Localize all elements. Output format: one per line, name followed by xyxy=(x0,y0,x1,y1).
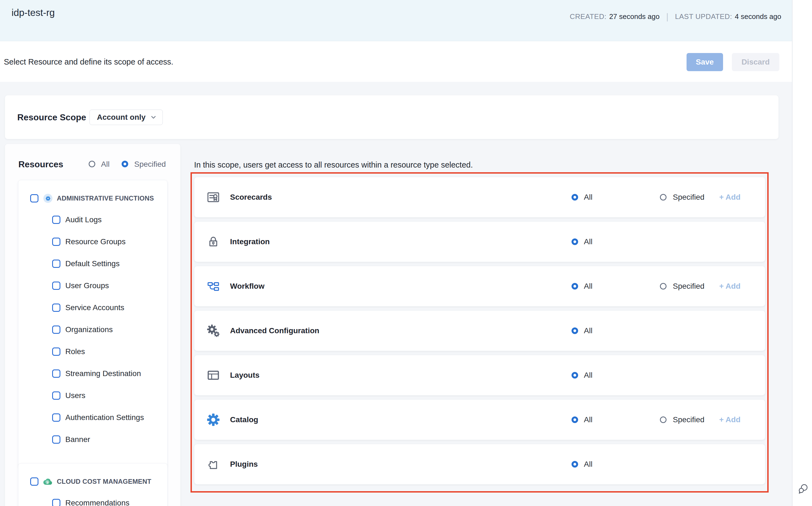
group-label: CLOUD COST MANAGEMENT xyxy=(57,478,151,485)
specified-label[interactable]: Specified xyxy=(673,193,704,202)
group-label: ADMINISTRATIVE FUNCTIONS xyxy=(57,194,154,202)
all-radio[interactable] xyxy=(572,461,578,468)
resource-item-row: Service Accounts xyxy=(18,297,167,319)
integration-lock-icon xyxy=(207,235,220,248)
resources-all-radio[interactable] xyxy=(89,161,95,167)
resource-item-row: Users xyxy=(18,385,167,407)
item-label: Default Settings xyxy=(65,259,120,268)
specified-radio[interactable] xyxy=(660,283,667,289)
item-checkbox[interactable] xyxy=(52,326,61,334)
item-checkbox[interactable] xyxy=(52,281,61,290)
resources-sidebar: Resources All Specified ADMINISTRATIVE F… xyxy=(5,144,180,506)
resource-group-page: idp-test-rg CREATED: 27 seconds ago | LA… xyxy=(0,0,812,506)
item-checkbox[interactable] xyxy=(52,369,61,378)
resources-specified-label[interactable]: Specified xyxy=(134,160,166,169)
all-label[interactable]: All xyxy=(584,282,592,290)
meta-separator: | xyxy=(666,11,669,22)
resource-item-row: Organizations xyxy=(18,319,167,341)
all-label[interactable]: All xyxy=(584,371,592,380)
all-label[interactable]: All xyxy=(584,460,592,469)
resource-scope-select[interactable]: Account only xyxy=(90,110,163,125)
resource-type-name: Scorecards xyxy=(230,193,272,202)
resource-item-row: Default Settings xyxy=(18,253,167,275)
item-checkbox[interactable] xyxy=(52,499,61,506)
item-checkbox[interactable] xyxy=(52,260,61,268)
item-checkbox[interactable] xyxy=(52,392,61,400)
add-link[interactable]: + Add xyxy=(719,415,741,424)
resource-type-row-catalog: Catalog All Specified + Add xyxy=(194,400,765,440)
resource-item-row: Banner xyxy=(18,429,167,450)
resources-specified-radio[interactable] xyxy=(122,161,128,167)
resource-scope-label: Resource Scope xyxy=(17,112,86,122)
group-header-row: CLOUD COST MANAGEMENT xyxy=(18,471,167,493)
right-gutter xyxy=(792,0,812,506)
item-label: Streaming Destination xyxy=(65,369,141,378)
item-label: Resource Groups xyxy=(65,237,125,246)
group-icon-circle xyxy=(43,194,53,203)
resources-all-label[interactable]: All xyxy=(101,160,110,169)
resource-type-row-plugins: Plugins All xyxy=(194,444,765,484)
resource-item-row: Resource Groups xyxy=(18,231,167,253)
all-label[interactable]: All xyxy=(584,326,592,335)
resource-type-rows: Scorecards All Specified + Add Integrati… xyxy=(194,177,765,484)
resource-type-row-layouts: Layouts All xyxy=(194,355,765,395)
last-updated-label: LAST UPDATED: xyxy=(675,12,732,21)
toolbar-description: Select Resource and define its scope of … xyxy=(4,57,173,66)
all-label[interactable]: All xyxy=(584,415,592,424)
all-label[interactable]: All xyxy=(584,193,592,202)
group-icon-circle xyxy=(43,477,53,486)
item-checkbox[interactable] xyxy=(52,435,61,444)
all-radio[interactable] xyxy=(572,327,578,334)
resource-item-row: Roles xyxy=(18,341,167,363)
item-label: Audit Logs xyxy=(65,216,102,224)
help-chat-icon[interactable] xyxy=(797,483,809,495)
item-checkbox[interactable] xyxy=(52,347,61,356)
resource-type-name: Catalog xyxy=(230,415,258,424)
resource-type-name: Advanced Configuration xyxy=(230,326,319,335)
resource-group-card: ADMINISTRATIVE FUNCTIONS Audit Logs Reso… xyxy=(18,180,168,467)
item-label: Users xyxy=(65,391,85,400)
item-checkbox[interactable] xyxy=(52,413,61,422)
resource-scope-card: Resource Scope Account only xyxy=(5,95,779,139)
group-checkbox[interactable] xyxy=(30,478,38,486)
item-label: Service Accounts xyxy=(65,303,124,312)
chevron-down-icon xyxy=(150,114,157,121)
save-button[interactable]: Save xyxy=(687,53,723,71)
last-updated-value: 4 seconds ago xyxy=(735,12,781,21)
item-checkbox[interactable] xyxy=(52,216,61,224)
all-radio[interactable] xyxy=(572,416,578,423)
group-header-row: ADMINISTRATIVE FUNCTIONS xyxy=(18,187,167,209)
page-header: idp-test-rg CREATED: 27 seconds ago | LA… xyxy=(0,0,792,41)
scorecards-icon xyxy=(207,191,220,204)
group-checkbox[interactable] xyxy=(30,194,38,202)
item-label: Banner xyxy=(65,435,90,444)
all-radio[interactable] xyxy=(572,372,578,378)
add-link[interactable]: + Add xyxy=(719,282,741,290)
all-radio[interactable] xyxy=(572,194,578,200)
all-radio[interactable] xyxy=(572,238,578,245)
resources-title: Resources xyxy=(18,159,64,169)
item-label: Organizations xyxy=(65,325,113,334)
gear-icon xyxy=(45,195,51,201)
created-label: CREATED: xyxy=(570,12,607,21)
item-label: Authentication Settings xyxy=(65,413,144,422)
resource-scope-value: Account only xyxy=(97,113,145,122)
resource-type-name: Workflow xyxy=(230,282,264,290)
specified-label[interactable]: Specified xyxy=(673,415,704,424)
resource-item-row: Audit Logs xyxy=(18,209,167,231)
cloud-dollar-icon xyxy=(43,476,53,487)
specified-radio[interactable] xyxy=(660,416,667,423)
discard-button[interactable]: Discard xyxy=(732,53,779,71)
add-link[interactable]: + Add xyxy=(719,193,741,202)
resource-type-row-advanced-configuration: Advanced Configuration All xyxy=(194,311,765,351)
specified-radio[interactable] xyxy=(660,194,667,200)
catalog-gear-icon xyxy=(207,413,220,426)
advanced-configuration-gears-icon xyxy=(207,324,220,337)
all-label[interactable]: All xyxy=(584,237,592,246)
all-radio[interactable] xyxy=(572,283,578,289)
item-checkbox[interactable] xyxy=(52,304,61,312)
item-label: Roles xyxy=(65,347,85,356)
item-checkbox[interactable] xyxy=(52,238,61,246)
created-value: 27 seconds ago xyxy=(609,12,659,21)
specified-label[interactable]: Specified xyxy=(673,282,704,290)
